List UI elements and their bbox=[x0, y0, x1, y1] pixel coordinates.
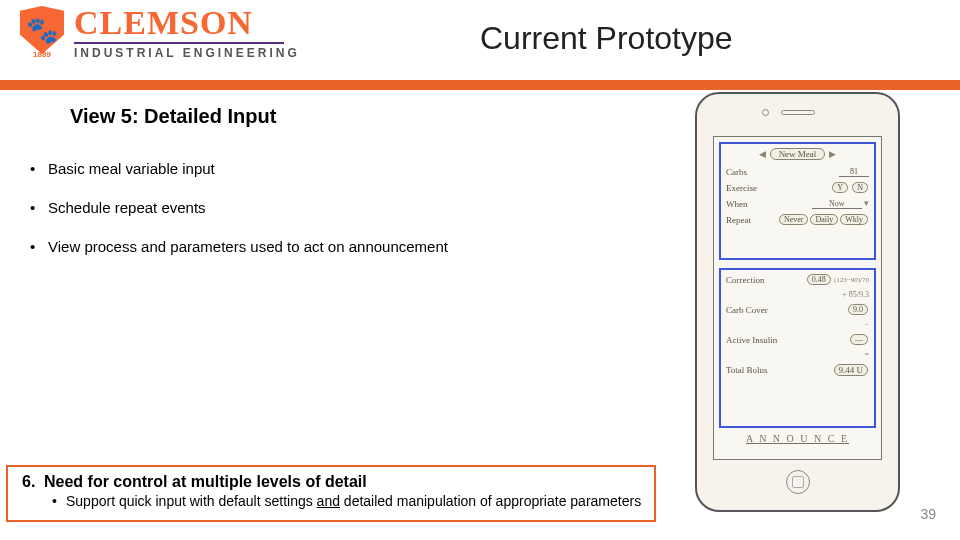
sketch-row: When Now ▾ bbox=[726, 198, 869, 209]
sketch-label: Exercise bbox=[726, 183, 757, 193]
page-number: 39 bbox=[920, 506, 936, 522]
sketch-label: Correction bbox=[726, 275, 765, 285]
sketch-row: Carbs 81 bbox=[726, 166, 869, 177]
sketch-label: Repeat bbox=[726, 215, 751, 225]
phone-home-button-icon bbox=[786, 470, 810, 494]
sketch-row: Carb Cover 9.0 bbox=[726, 304, 869, 315]
sketch-input-block: ◀ New Meal ▶ Carbs 81 Exercise Y N bbox=[719, 142, 876, 260]
slide-title: Current Prototype bbox=[480, 20, 733, 57]
header-logo: 🐾 1889 CLEMSON INDUSTRIAL ENGINEERING bbox=[18, 6, 300, 62]
sketch-row: Exercise Y N bbox=[726, 182, 869, 193]
phone-speaker-icon bbox=[781, 110, 815, 115]
sketch-op: = bbox=[726, 350, 869, 359]
announce-label: A N N O U N C E bbox=[714, 433, 881, 444]
bullet-item: Schedule repeat events bbox=[30, 199, 590, 216]
clemson-paw-badge: 🐾 1889 bbox=[18, 6, 66, 62]
bullet-list: Basic meal variable input Schedule repea… bbox=[30, 160, 590, 277]
slide: 🐾 1889 CLEMSON INDUSTRIAL ENGINEERING Cu… bbox=[0, 0, 960, 540]
sketch-value: 0.48 bbox=[807, 274, 831, 285]
sketch-row: Active Insulin — bbox=[726, 334, 869, 345]
paw-shield-icon: 🐾 bbox=[20, 6, 64, 54]
callout-sub-item: Support quick input with default setting… bbox=[52, 493, 642, 511]
sketch-calc-block: Correction 0.48 (123−90)/70 + 85/9.3 Car… bbox=[719, 268, 876, 428]
department-name: INDUSTRIAL ENGINEERING bbox=[74, 46, 300, 60]
callout-heading-text: Need for control at multiple levels of d… bbox=[44, 473, 367, 490]
phone-screen: ◀ New Meal ▶ Carbs 81 Exercise Y N bbox=[713, 136, 882, 460]
sketch-row: Repeat NeverDailyWkly bbox=[726, 214, 869, 225]
sketch-value: Never bbox=[779, 214, 809, 225]
callout-number: 6. bbox=[22, 473, 44, 491]
sketch-value: 9.0 bbox=[848, 304, 868, 315]
sketch-label: Active Insulin bbox=[726, 335, 777, 345]
sketch-value: — bbox=[850, 334, 868, 345]
section-title: View 5: Detailed Input bbox=[70, 105, 276, 128]
sketch-value: N bbox=[852, 182, 868, 193]
callout-heading: 6.Need for control at multiple levels of… bbox=[22, 473, 642, 491]
sketch-value: 9.44 U bbox=[834, 364, 869, 376]
callout-sub-and: and bbox=[317, 493, 340, 509]
accent-bar bbox=[0, 80, 960, 90]
sketch-value: Wkly bbox=[840, 214, 868, 225]
sketch-value: 81 bbox=[839, 167, 869, 177]
sketch-row: Total Bolus 9.44 U bbox=[726, 364, 869, 376]
sketch-op: − bbox=[726, 320, 869, 329]
sketch-value: Now bbox=[812, 199, 862, 209]
paw-glyph-icon: 🐾 bbox=[26, 17, 58, 43]
callout-sub-pre: Support quick input with default setting… bbox=[66, 493, 317, 509]
sketch-label: When bbox=[726, 199, 748, 209]
phone-camera-icon bbox=[762, 109, 769, 116]
callout-sublist: Support quick input with default setting… bbox=[22, 493, 642, 511]
sketch-label: Carb Cover bbox=[726, 305, 768, 315]
university-name: CLEMSON bbox=[74, 8, 300, 39]
bullet-item: View process and parameters used to act … bbox=[30, 238, 590, 255]
callout-box: 6.Need for control at multiple levels of… bbox=[6, 465, 656, 523]
sketch-title-pill: New Meal bbox=[770, 148, 826, 160]
sketch-value: Y bbox=[832, 182, 848, 193]
sketch-row: Correction 0.48 (123−90)/70 bbox=[726, 274, 869, 285]
sketch-value: Daily bbox=[810, 214, 838, 225]
phone-sketch: ◀ New Meal ▶ Carbs 81 Exercise Y N bbox=[695, 92, 900, 512]
callout-sub-post: detailed manipulation of appropriate par… bbox=[340, 493, 641, 509]
wordmark-divider bbox=[74, 42, 284, 44]
sketch-label: Total Bolus bbox=[726, 365, 768, 375]
sketch-label: Carbs bbox=[726, 167, 747, 177]
wordmark: CLEMSON INDUSTRIAL ENGINEERING bbox=[74, 8, 300, 61]
sketch-title-row: ◀ New Meal ▶ bbox=[726, 148, 869, 160]
sketch-op: + 85/9.3 bbox=[726, 290, 869, 299]
bullet-item: Basic meal variable input bbox=[30, 160, 590, 177]
sketch-note: (123−90)/70 bbox=[834, 276, 869, 284]
